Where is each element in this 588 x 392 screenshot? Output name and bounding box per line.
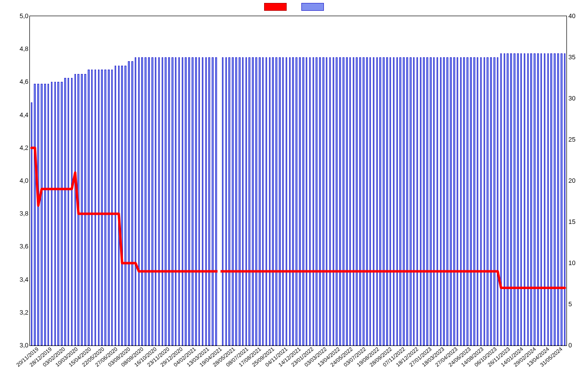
- y-right-tick: 20: [568, 177, 588, 184]
- y-left-tick: 3,2: [0, 308, 28, 316]
- data-gap: [218, 16, 220, 345]
- x-axis: 20/11/201928/12/201903/02/202010/03/2020…: [29, 346, 566, 390]
- line-series: [30, 16, 566, 345]
- y-right-tick: 10: [568, 259, 588, 267]
- y-right-tick: 5: [568, 300, 588, 308]
- y-left-tick: 3,6: [0, 243, 28, 250]
- y-axis-right: 0510152025303540: [568, 16, 588, 345]
- y-left-tick: 3,8: [0, 210, 28, 217]
- y-left-tick: 4,8: [0, 45, 28, 52]
- y-left-tick: 4,4: [0, 111, 28, 118]
- legend-swatch-series1: [264, 3, 287, 11]
- y-right-tick: 25: [568, 136, 588, 143]
- plot-area: [29, 16, 567, 346]
- y-right-tick: 40: [568, 12, 588, 20]
- y-axis-left: 3,03,23,43,63,84,04,24,44,64,85,0: [0, 16, 28, 345]
- legend-swatch-series2: [301, 3, 324, 11]
- y-right-tick: 30: [568, 95, 588, 102]
- y-right-tick: 0: [568, 342, 588, 349]
- y-left-tick: 4,2: [0, 144, 28, 151]
- legend: [0, 3, 588, 11]
- y-left-tick: 3,4: [0, 275, 28, 283]
- chart-container: 3,03,23,43,63,84,04,24,44,64,85,0 051015…: [0, 0, 588, 392]
- y-right-tick: 35: [568, 53, 588, 61]
- y-left-tick: 5,0: [0, 12, 28, 20]
- y-left-tick: 4,0: [0, 177, 28, 184]
- y-right-tick: 15: [568, 218, 588, 225]
- y-left-tick: 3,0: [0, 342, 28, 349]
- y-left-tick: 4,6: [0, 78, 28, 85]
